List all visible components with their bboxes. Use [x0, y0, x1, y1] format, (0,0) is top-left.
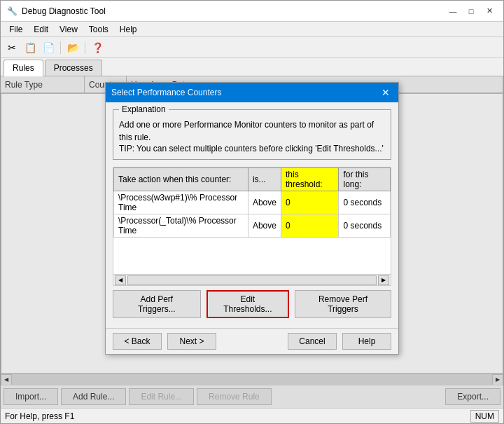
- tip-text: TIP: You can select multiple counters be…: [119, 144, 385, 153]
- col-header-duration: for this long:: [339, 168, 391, 191]
- counter-h-scroll[interactable]: ◀ ▶: [113, 274, 391, 285]
- explanation-label: Explanation: [119, 104, 169, 114]
- counter-is-2: Above: [248, 214, 281, 238]
- close-button[interactable]: ✕: [481, 4, 498, 18]
- tab-processes[interactable]: Processes: [45, 60, 102, 76]
- remove-perf-triggers-button[interactable]: Remove Perf Triggers: [295, 290, 391, 318]
- col-header-counter: Take action when this counter:: [114, 168, 248, 191]
- status-text: For Help, press F1: [5, 411, 74, 421]
- modal-dialog: Select Performance Counters ✕ Explanatio…: [105, 82, 399, 355]
- tab-rules[interactable]: Rules: [4, 60, 43, 76]
- menu-help[interactable]: Help: [114, 23, 143, 36]
- counter-duration-1: 0 seconds: [339, 191, 391, 214]
- counter-scroll-area[interactable]: Take action when this counter: is... thi…: [113, 167, 391, 286]
- modal-overlay: Select Performance Counters ✕ Explanatio…: [1, 76, 503, 408]
- counter-duration-2: 0 seconds: [339, 214, 391, 238]
- menu-bar: File Edit View Tools Help: [1, 22, 503, 37]
- menu-edit[interactable]: Edit: [28, 23, 54, 36]
- maximize-button[interactable]: □: [463, 4, 479, 18]
- menu-view[interactable]: View: [54, 23, 83, 36]
- menu-file[interactable]: File: [4, 23, 28, 36]
- nav-buttons: < Back Next > Cancel Help: [106, 328, 398, 354]
- cancel-button[interactable]: Cancel: [288, 333, 337, 350]
- col-header-is: is...: [248, 168, 281, 191]
- counter-scroll-right[interactable]: ▶: [378, 275, 389, 285]
- toolbar-separator: [60, 41, 61, 54]
- modal-titlebar: Select Performance Counters ✕: [106, 83, 398, 102]
- counter-threshold-2: 0: [281, 214, 339, 238]
- toolbar-separator-2: [85, 41, 85, 54]
- window-controls: — □ ✕: [444, 4, 498, 18]
- explanation-text: Add one or more Performance Monitor coun…: [119, 118, 385, 144]
- add-perf-triggers-button[interactable]: Add Perf Triggers...: [113, 290, 201, 318]
- modal-close-button[interactable]: ✕: [379, 86, 393, 100]
- help-button[interactable]: Help: [342, 333, 391, 350]
- toolbar: ✂ 📋 📄 📂 ❓: [1, 37, 503, 58]
- status-bar: For Help, press F1 NUM: [1, 408, 503, 423]
- next-button[interactable]: Next >: [167, 333, 216, 350]
- modal-title: Select Performance Counters: [111, 88, 221, 97]
- num-indicator: NUM: [470, 410, 499, 423]
- cut-button[interactable]: ✂: [4, 39, 20, 56]
- content-area: Rule Type Count Userdump Pat ◀ ▶ Import.…: [1, 76, 503, 408]
- menu-tools[interactable]: Tools: [83, 23, 114, 36]
- counter-scroll-left[interactable]: ◀: [115, 275, 126, 285]
- counter-name-2: \Processor(_Total)\% Processor Time: [114, 214, 248, 238]
- paste-button[interactable]: 📄: [40, 39, 57, 56]
- col-header-threshold: this threshold:: [281, 168, 339, 191]
- edit-thresholds-button[interactable]: Edit Thresholds...: [206, 290, 289, 318]
- explanation-group: Explanation Add one or more Performance …: [113, 109, 391, 160]
- counter-name-1: \Process(w3wp#1)\% Processor Time: [114, 191, 248, 214]
- app-icon: 🔧: [6, 6, 18, 17]
- title-bar: 🔧 Debug Diagnostic Tool — □ ✕: [1, 1, 503, 22]
- window-title: Debug Diagnostic Tool: [22, 6, 444, 16]
- table-row[interactable]: \Processor(_Total)\% Processor Time Abov…: [114, 214, 391, 238]
- nav-left-buttons: < Back Next >: [113, 333, 216, 350]
- open-button[interactable]: 📂: [64, 39, 81, 56]
- counter-table: Take action when this counter: is... thi…: [113, 167, 391, 238]
- table-row[interactable]: \Process(w3wp#1)\% Processor Time Above …: [114, 191, 391, 214]
- modal-body: Explanation Add one or more Performance …: [106, 102, 398, 325]
- counter-scroll-track[interactable]: [127, 275, 377, 285]
- minimize-button[interactable]: —: [444, 4, 461, 18]
- copy-button[interactable]: 📋: [22, 39, 38, 56]
- help-toolbar-button[interactable]: ❓: [89, 39, 106, 56]
- back-button[interactable]: < Back: [113, 333, 162, 350]
- trigger-buttons: Add Perf Triggers... Edit Thresholds... …: [113, 290, 391, 318]
- counter-threshold-1: 0: [281, 191, 339, 214]
- nav-right-buttons: Cancel Help: [288, 333, 391, 350]
- counter-table-container: Take action when this counter: is... thi…: [113, 167, 391, 238]
- main-window: 🔧 Debug Diagnostic Tool — □ ✕ File Edit …: [0, 0, 504, 424]
- tab-bar: Rules Processes: [1, 58, 503, 76]
- counter-is-1: Above: [248, 191, 281, 214]
